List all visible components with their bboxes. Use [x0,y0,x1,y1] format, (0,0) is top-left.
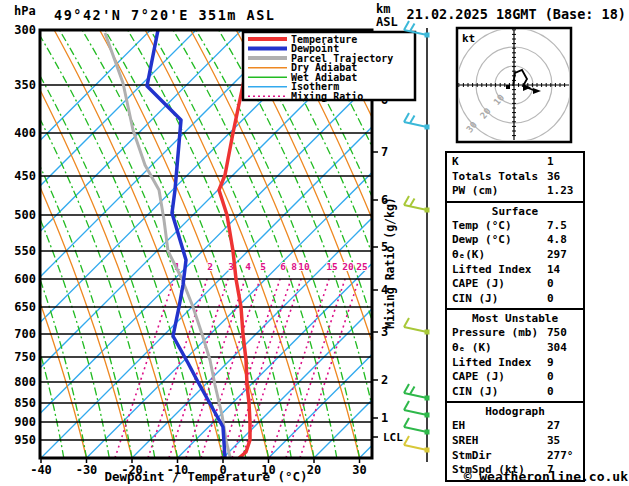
datetime-title: 21.02.2025 18GMT (Base: 18) [407,6,626,22]
svg-text:2: 2 [207,261,213,272]
svg-text:15: 15 [326,261,338,272]
stat-row: CIN (J)0 [447,292,583,307]
svg-text:8: 8 [291,261,297,272]
stat-label: EH [452,419,465,432]
stats-section-surface: SurfaceTemp (°C)7.5Dewp (°C)4.8θₑ(K)297L… [445,201,585,311]
svg-text:350: 350 [14,78,36,92]
svg-text:850: 850 [14,396,36,410]
stats-section-title: Most Unstable [447,312,583,326]
stat-label: PW (cm) [452,184,498,197]
km-asl-axis-label: km ASL [376,3,398,29]
stat-row: CAPE (J)0 [447,370,583,385]
stat-label: CIN (J) [452,385,498,398]
stat-value: 277° [547,449,574,464]
svg-text:400: 400 [14,126,36,140]
station-title: 49°42'N 7°20'E 351m ASL [54,7,275,23]
svg-text:600: 600 [14,272,36,286]
stats-section-title: Hodograph [447,405,583,419]
stats-section-indices: K1Totals Totals36PW (cm)1.23 [445,151,585,203]
stat-row: θₑ (K)304 [447,341,583,356]
stat-row: CIN (J)0 [447,385,583,400]
svg-text:950: 950 [14,433,36,447]
stat-value: 0 [547,292,554,307]
stat-value: 9 [547,356,554,371]
svg-text:20: 20 [307,463,321,477]
stat-row: SREH35 [447,434,583,449]
svg-text:650: 650 [14,300,36,314]
stat-label: Temp (°C) [452,219,512,232]
stat-value: 750 [547,326,567,341]
svg-text:750: 750 [14,350,36,364]
stat-value: 1.23 [547,184,574,199]
stat-row: Pressure (mb)750 [447,326,583,341]
stat-label: StmDir [452,449,492,462]
stat-row: K1 [447,155,583,170]
stat-value: 297 [547,248,567,263]
svg-text:450: 450 [14,169,36,183]
pressure-axis: 3003504004505005506006507007508008509009… [14,23,36,447]
wind-barb [404,196,430,213]
hodograph-unit-label: kt [462,32,475,45]
stat-row: CAPE (J)0 [447,277,583,292]
svg-text:-30: -30 [76,463,98,477]
wind-barb [404,418,430,435]
stat-label: Pressure (mb) [452,326,538,339]
svg-text:30: 30 [352,463,366,477]
stat-label: CAPE (J) [452,277,505,290]
stat-row: EH27 [447,419,583,434]
mixing-ratio-axis-title: Mixing Ratio (g/kg) [383,197,397,329]
mixing-ratio-labels: 123456810152025 [174,261,368,272]
stat-value: 35 [547,434,560,449]
stat-row: Totals Totals36 [447,170,583,185]
stat-row: Temp (°C)7.5 [447,219,583,234]
stat-label: K [452,155,459,168]
stat-value: 7.5 [547,219,567,234]
stat-value: 14 [547,263,560,278]
hodograph: 102030kt [457,28,571,142]
wind-barb [404,401,430,418]
stats-section-most-unstable: Most UnstablePressure (mb)750θₑ (K)304Li… [445,308,585,403]
svg-text:1: 1 [381,411,388,425]
x-axis: -40-30-20-100102030Dewpoint / Temperatur… [30,458,367,484]
pressure-unit-label: hPa [14,4,36,18]
svg-text:700: 700 [14,327,36,341]
stats-panel: K1Totals Totals36PW (cm)1.23SurfaceTemp … [445,153,585,482]
skewt-screenshot: 123456810152025-40-30-20-100102030Dewpoi… [0,0,629,486]
svg-text:7: 7 [381,145,388,159]
stat-label: CAPE (J) [452,370,505,383]
stat-value: 0 [547,385,554,400]
wind-barb [404,113,430,130]
svg-text:2: 2 [381,373,388,387]
stat-label: Totals Totals [452,170,538,183]
x-axis-title: Dewpoint / Temperature (°C) [104,469,307,484]
stat-row: θₑ(K)297 [447,248,583,263]
svg-text:550: 550 [14,244,36,258]
legend: TemperatureDewpointParcel TrajectoryDry … [243,32,415,102]
svg-text:4: 4 [245,261,251,272]
svg-text:6: 6 [280,261,286,272]
stat-value: 1 [547,155,554,170]
stat-value: 4.8 [547,233,567,248]
stat-label: Lifted Index [452,263,531,276]
stat-label: Dewp (°C) [452,233,512,246]
wind-barb [404,318,430,335]
stat-row: Lifted Index9 [447,356,583,371]
svg-text:500: 500 [14,208,36,222]
km-axis: 87654321LCLMixing Ratio (g/kg) [372,93,403,444]
stat-value: 36 [547,170,560,185]
stats-section-title: Surface [447,205,583,219]
stat-value: 0 [547,370,554,385]
watermark: © weatheronline.co.uk [464,469,628,484]
lcl-label: LCL [383,431,403,444]
wind-barb [404,436,430,453]
svg-text:10: 10 [298,261,310,272]
stat-value: 27 [547,419,560,434]
svg-text:-40: -40 [30,463,52,477]
stat-row: StmDir277° [447,449,583,464]
wind-barb [404,384,430,401]
stat-label: θₑ (K) [452,341,492,354]
svg-text:800: 800 [14,375,36,389]
svg-text:5: 5 [260,261,266,272]
stat-row: PW (cm)1.23 [447,184,583,199]
svg-text:900: 900 [14,415,36,429]
